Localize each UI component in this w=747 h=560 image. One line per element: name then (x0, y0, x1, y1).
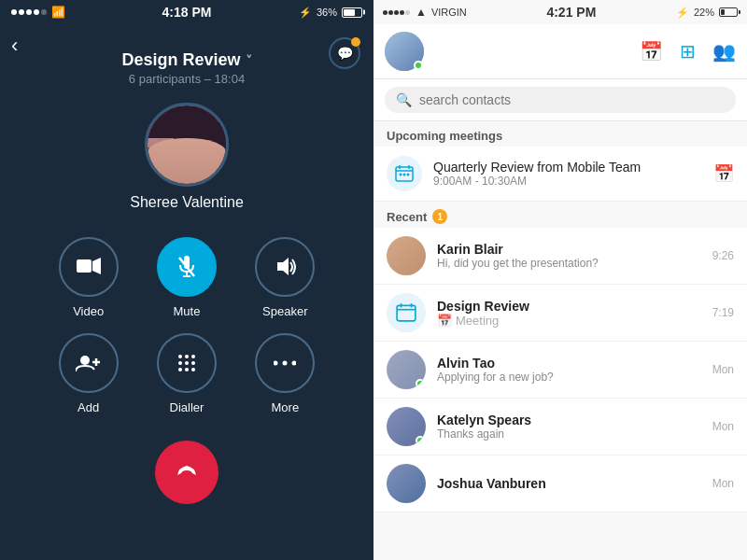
contact-time: 7:19 (712, 306, 734, 319)
signal-area: 📶 (11, 6, 65, 19)
svg-point-20 (283, 361, 288, 366)
contact-name: Joshua Vanburen (437, 476, 701, 491)
avatar (387, 407, 426, 446)
list-item[interactable]: Alvin Tao Applying for a new job? Mon (374, 342, 747, 399)
svg-point-17 (185, 368, 189, 371)
svg-marker-6 (277, 258, 289, 275)
right-status-bar: ▲ VIRGIN 4:21 PM ⚡ 22% (374, 0, 747, 24)
end-call-button[interactable] (155, 441, 218, 504)
right-battery-pct: 22% (694, 7, 714, 18)
left-time: 4:18 PM (162, 5, 212, 20)
recent-label: Recent (387, 210, 427, 224)
more-button[interactable]: More (244, 333, 327, 414)
online-dot (416, 436, 425, 445)
battery-icon (342, 7, 362, 18)
grid-icon[interactable]: ⊞ (680, 40, 696, 63)
right-bluetooth-icon: ⚡ (676, 7, 689, 19)
avatar (387, 464, 426, 503)
mute-label: Mute (174, 304, 201, 318)
svg-marker-1 (92, 258, 101, 274)
avatar (387, 293, 426, 332)
mute-button[interactable]: Mute (145, 237, 228, 318)
contact-name: Katelyn Spears (437, 413, 701, 427)
svg-rect-29 (397, 305, 416, 321)
contact-message: Applying for a new job? (437, 371, 701, 384)
dialler-button[interactable]: Dialler (145, 333, 228, 414)
carrier-name: VIRGIN (431, 7, 467, 18)
video-circle (59, 237, 119, 297)
contacts-icon[interactable]: 👥 (712, 40, 736, 63)
online-dot (416, 379, 425, 388)
chat-icon: 💬 (337, 46, 353, 61)
avatar (387, 350, 426, 389)
add-label: Add (78, 400, 99, 414)
svg-rect-0 (77, 259, 92, 273)
list-item[interactable]: Design Review 📅 Meeting 7:19 (374, 285, 747, 342)
contact-info: Alvin Tao Applying for a new job? (437, 356, 701, 384)
add-to-calendar-icon[interactable]: 📅 (713, 163, 734, 184)
call-subtitle: 6 participants – 18:04 (121, 72, 251, 86)
svg-point-15 (191, 361, 195, 365)
contact-list: Karin Blair Hi, did you get the presenta… (374, 228, 747, 512)
search-input[interactable] (419, 92, 725, 107)
top-bar: 📅 ⊞ 👥 (374, 24, 747, 79)
meeting-icon (387, 156, 422, 191)
contact-name: Design Review (437, 299, 701, 314)
svg-point-27 (403, 174, 406, 176)
contact-info: Katelyn Spears Thanks again (437, 413, 701, 441)
meeting-text: Quarterly Review from Mobile Team 9:00AM… (433, 160, 702, 188)
meeting-type-icon: 📅 (437, 314, 452, 328)
contacts-screen: ▲ VIRGIN 4:21 PM ⚡ 22% 📅 ⊞ 👥 🔍 Up (374, 0, 747, 560)
back-button[interactable]: ‹ (11, 34, 18, 58)
video-label: Video (73, 304, 104, 318)
right-battery-icon (719, 7, 738, 17)
contact-info: Joshua Vanburen (437, 476, 701, 491)
search-input-wrap: 🔍 (385, 87, 736, 113)
recent-badge: 1 (432, 209, 447, 224)
svg-point-11 (185, 355, 189, 358)
avatar (387, 236, 426, 275)
svg-point-10 (178, 355, 182, 358)
speaker-button[interactable]: Speaker (244, 237, 327, 318)
recent-header: Recent 1 (374, 202, 747, 228)
list-item[interactable]: Joshua Vanburen Mon (374, 455, 747, 512)
contact-message: Hi, did you get the presentation? (437, 257, 701, 270)
search-bar: 🔍 (374, 79, 747, 121)
chat-button[interactable]: 💬 (329, 37, 360, 69)
more-circle (255, 333, 315, 393)
right-status-icons: ⚡ 22% (676, 7, 738, 19)
list-item[interactable]: Katelyn Spears Thanks again Mon (374, 399, 747, 455)
speaker-label: Speaker (262, 304, 307, 318)
calendar-icon[interactable]: 📅 (640, 40, 663, 63)
contact-info: Design Review 📅 Meeting (437, 299, 701, 328)
meeting-item[interactable]: Quarterly Review from Mobile Team 9:00AM… (374, 147, 747, 202)
caller-avatar (145, 103, 229, 187)
meeting-time: 9:00AM - 10:30AM (433, 175, 702, 188)
right-wifi-icon: ▲ (416, 6, 427, 19)
contact-name: Alvin Tao (437, 356, 701, 371)
svg-point-16 (178, 368, 182, 371)
search-icon: 🔍 (396, 92, 412, 107)
svg-point-14 (185, 361, 189, 365)
upcoming-section-label: Upcoming meetings (374, 121, 747, 147)
speaker-circle (255, 237, 315, 297)
contact-message: 📅 Meeting (437, 314, 701, 328)
call-screen: 📶 4:18 PM ⚡ 36% ‹ Design Review ˅ 6 part… (0, 0, 374, 560)
caller-name: Sheree Valentine (130, 194, 244, 211)
svg-point-7 (80, 356, 90, 365)
dialler-label: Dialler (170, 400, 204, 414)
list-item[interactable]: Karin Blair Hi, did you get the presenta… (374, 228, 747, 285)
svg-point-21 (292, 361, 297, 366)
battery-pct: 36% (317, 7, 337, 18)
left-status-bar: 📶 4:18 PM ⚡ 36% (0, 0, 374, 24)
contact-time: Mon (712, 477, 734, 490)
contact-message: Thanks again (437, 427, 701, 441)
dialler-circle (157, 333, 217, 393)
video-button[interactable]: Video (47, 237, 130, 318)
svg-point-18 (191, 368, 195, 371)
add-button[interactable]: Add (47, 333, 130, 414)
right-status-indicators: ⚡ 36% (299, 7, 362, 19)
contact-time: 9:26 (712, 249, 734, 262)
user-online-dot (414, 61, 423, 70)
right-time: 4:21 PM (546, 5, 596, 20)
